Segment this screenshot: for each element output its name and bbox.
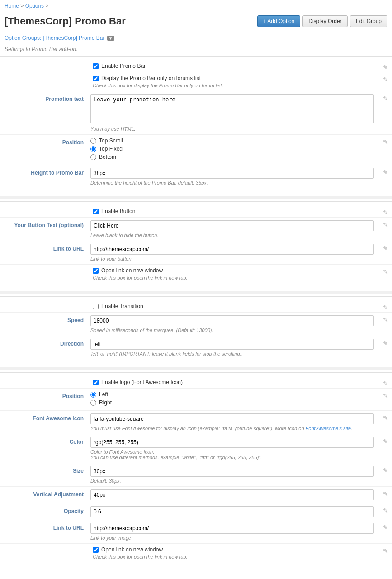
speed-hint: Speed in milliseconds of the marquee. (D… [90, 327, 374, 333]
logo-section: Enable logo (Font Awesome Icon) ✎ Positi… [0, 372, 392, 566]
dropdown-arrow-icon: ▼ [107, 36, 114, 41]
height-content: Determine the height of the Promo Bar, d… [90, 168, 387, 185]
enable-promo-bar-checkbox[interactable] [93, 63, 99, 69]
font-awesome-icon-input[interactable] [90, 413, 374, 424]
section-divider-3 [0, 367, 392, 370]
logo-open-new-window-checkbox[interactable] [93, 547, 99, 553]
link-url-hint: Link to your button [90, 256, 374, 261]
position-bottom-radio[interactable] [90, 154, 96, 160]
settings-description: Settings to Promo Bar add-on. [0, 44, 392, 56]
direction-row: Direction 'left' or 'right' (IMPORTANT: … [0, 336, 392, 359]
button-text-input[interactable] [90, 220, 374, 231]
logo-position-left[interactable]: Left [90, 391, 374, 398]
edit-icon-9[interactable]: ✎ [383, 268, 388, 275]
speed-input[interactable] [90, 315, 374, 326]
edit-icon-10[interactable]: ✎ [383, 304, 388, 311]
option-group-value[interactable]: [ThemesCorp] Promo Bar ▼ [43, 35, 114, 41]
edit-icon-2[interactable]: ✎ [383, 76, 388, 83]
size-hint: Default: 30px. [90, 478, 374, 484]
display-forums-only-label[interactable]: Display the Promo Bar only on forums lis… [93, 75, 374, 81]
direction-input[interactable] [90, 339, 374, 350]
color-hint: Color to Font Awesome Icon. You can use … [90, 449, 374, 460]
opacity-input[interactable] [90, 506, 374, 517]
open-new-window-row: Open link on new window Check this box f… [0, 265, 392, 283]
edit-icon-18[interactable]: ✎ [383, 490, 388, 498]
edit-icon-16[interactable]: ✎ [383, 438, 388, 445]
edit-icon-11[interactable]: ✎ [383, 316, 388, 323]
edit-icon-19[interactable]: ✎ [383, 507, 388, 514]
edit-group-button[interactable]: Edit Group [350, 15, 387, 27]
enable-logo-checkbox[interactable] [93, 380, 99, 385]
logo-link-url-content: Link to your image [90, 523, 387, 541]
link-url-label: Link to URL [5, 244, 90, 252]
position-top-fixed[interactable]: Top Fixed [90, 146, 374, 152]
enable-button-label[interactable]: Enable Button [93, 208, 135, 214]
height-row: Height to Promo Bar Determine the height… [0, 165, 392, 188]
opacity-content [90, 506, 387, 517]
promotion-text-content: You may use HTML. [90, 94, 387, 132]
home-link[interactable]: Home [5, 3, 19, 9]
enable-promo-bar-label[interactable]: Enable Promo Bar [93, 63, 146, 69]
logo-link-url-input[interactable] [90, 523, 374, 534]
color-input[interactable] [90, 437, 374, 448]
edit-icon-17[interactable]: ✎ [383, 467, 388, 474]
button-section: Enable Button ✎ Your Button Text (option… [0, 201, 392, 287]
link-url-input[interactable] [90, 244, 374, 255]
edit-icon-21[interactable]: ✎ [383, 547, 388, 555]
speed-label: Speed [5, 315, 90, 323]
edit-icon-7[interactable]: ✎ [383, 221, 388, 228]
edit-icon-14[interactable]: ✎ [383, 392, 388, 399]
position-top-scroll-radio[interactable] [90, 138, 96, 144]
edit-icon-20[interactable]: ✎ [383, 524, 388, 531]
size-row: Size Default: 30px. ✎ [0, 463, 392, 487]
add-option-button[interactable]: + Add Option [257, 15, 301, 27]
option-group-label: Option Groups: [5, 35, 41, 41]
font-awesome-icon-label: Font Awesome Icon [5, 413, 90, 422]
header-buttons: + Add Option Display Order Edit Group [257, 15, 387, 27]
edit-icon-15[interactable]: ✎ [383, 414, 388, 422]
edit-icon-12[interactable]: ✎ [383, 340, 388, 347]
options-link[interactable]: Options [25, 3, 44, 9]
edit-icon-8[interactable]: ✎ [383, 245, 388, 252]
display-order-button[interactable]: Display Order [302, 15, 347, 27]
open-new-window-checkbox[interactable] [93, 268, 99, 274]
edit-icon-13[interactable]: ✎ [383, 380, 388, 387]
open-new-window-label[interactable]: Open link on new window [93, 267, 374, 274]
display-forums-only-checkbox[interactable] [93, 76, 99, 81]
height-input[interactable] [90, 168, 374, 179]
logo-position-right[interactable]: Right [90, 399, 374, 406]
position-top-fixed-radio[interactable] [90, 146, 96, 152]
edit-icon[interactable]: ✎ [383, 64, 388, 71]
enable-logo-label[interactable]: Enable logo (Font Awesome Icon) [93, 379, 183, 385]
logo-open-new-window-label[interactable]: Open link on new window [93, 546, 374, 553]
speed-row: Speed Speed in milliseconds of the marqu… [0, 313, 392, 336]
direction-label: Direction [5, 339, 90, 347]
enable-promo-bar-row: Enable Promo Bar ✎ [0, 60, 392, 72]
position-top-scroll[interactable]: Top Scroll [90, 138, 374, 144]
section-divider-1 [0, 196, 392, 199]
edit-icon-4[interactable]: ✎ [383, 138, 388, 146]
vertical-adjustment-input[interactable] [90, 489, 374, 500]
enable-button-checkbox[interactable] [93, 209, 99, 214]
font-awesome-link[interactable]: Font Awesome's site [306, 426, 351, 431]
logo-position-right-radio[interactable] [90, 400, 96, 406]
enable-button-row: Enable Button ✎ [0, 205, 392, 218]
enable-transition-checkbox[interactable] [93, 304, 99, 309]
display-forums-only-row: Display the Promo Bar only on forums lis… [0, 72, 392, 91]
display-forums-hint: Check this box for display the Promo Bar… [93, 83, 374, 88]
edit-icon-3[interactable]: ✎ [383, 95, 388, 102]
link-url-row: Link to URL Link to your button ✎ [0, 241, 392, 265]
size-input[interactable] [90, 466, 374, 477]
link-url-content: Link to your button [90, 244, 387, 261]
position-bottom[interactable]: Bottom [90, 154, 374, 160]
opacity-label: Opacity [5, 506, 90, 514]
edit-icon-6[interactable]: ✎ [383, 209, 388, 216]
vertical-adjustment-label: Vertical Adjustment [5, 489, 90, 498]
logo-position-label: Position [5, 391, 90, 399]
enable-transition-label[interactable]: Enable Transition [93, 303, 143, 309]
logo-open-new-window-row: Open link on new window Check this box f… [0, 544, 392, 562]
promotion-text-input[interactable] [90, 94, 374, 123]
logo-position-left-radio[interactable] [90, 392, 96, 398]
logo-link-url-hint: Link to your image [90, 535, 374, 541]
edit-icon-5[interactable]: ✎ [383, 169, 388, 176]
